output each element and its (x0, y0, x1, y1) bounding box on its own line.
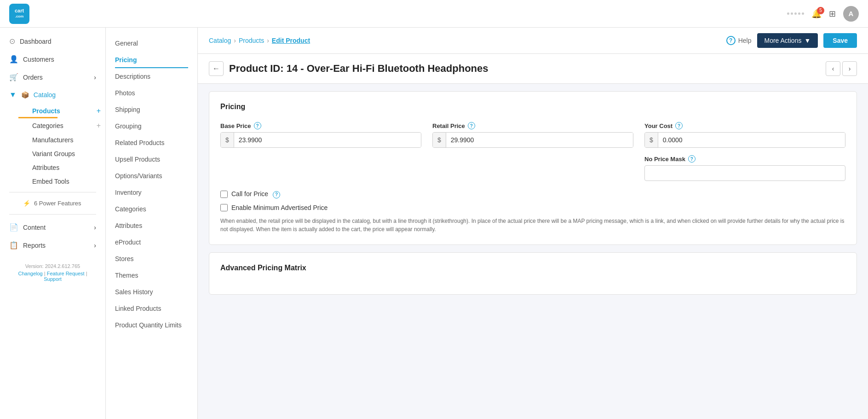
help-label: Help (738, 37, 752, 44)
breadcrumb-sep-2: › (267, 37, 269, 44)
chevron-right-icon: › (94, 74, 96, 81)
sub-nav-descriptions[interactable]: Descriptions (106, 68, 197, 85)
support-link[interactable]: Support (44, 276, 62, 282)
enable-map-checkbox[interactable] (220, 204, 228, 211)
apps-button[interactable]: ⊞ (829, 9, 836, 19)
sub-nav-product-quantity-limits[interactable]: Product Quantity Limits (106, 317, 197, 333)
sidebar-item-catalog[interactable]: ▼ 📦 Catalog (0, 86, 105, 104)
call-for-price-label[interactable]: Call for Price ? (231, 190, 280, 198)
save-button[interactable]: Save (823, 33, 857, 48)
sub-nav-shipping[interactable]: Shipping (106, 101, 197, 118)
enable-map-label[interactable]: Enable Minimum Advertised Price (231, 204, 328, 211)
sidebar-item-orders[interactable]: 🛒 Orders › (0, 68, 105, 86)
logo[interactable]: cart .com (9, 4, 29, 24)
sub-nav-photos[interactable]: Photos (106, 85, 197, 101)
sidebar-item-dashboard[interactable]: ⊙ Dashboard (0, 32, 105, 50)
your-cost-label: Your Cost ? (644, 122, 845, 129)
retail-price-help-icon[interactable]: ? (468, 122, 475, 129)
sub-nav-general[interactable]: General (106, 35, 197, 52)
sub-nav-attributes[interactable]: Attributes (106, 217, 197, 234)
nav-arrows: ‹ › (826, 61, 857, 76)
reports-label: Reports (23, 242, 46, 249)
changelog-link[interactable]: Changelog (18, 271, 42, 276)
version-text: Version: 2024.2.612.765 (9, 263, 96, 269)
sidebar-divider-2 (9, 214, 96, 215)
base-price-label: Base Price ? (220, 122, 421, 129)
left-sidebar: ⊙ Dashboard 👤 Customers 🛒 Orders › ▼ 📦 C… (0, 28, 106, 419)
content-header: Catalog › Products › Edit Product ? Help… (198, 28, 868, 54)
product-header: ← Product ID: 14 - Over-Ear Hi-Fi Blueto… (198, 54, 868, 84)
sidebar-item-reports[interactable]: 📋 Reports › (0, 236, 105, 254)
sub-nav-options-variants[interactable]: Options/Variants (106, 168, 197, 184)
sidebar-power-features[interactable]: ⚡ 6 Power Features (0, 196, 105, 210)
your-cost-label-text: Your Cost (644, 122, 673, 129)
sidebar-item-content[interactable]: 📄 Content › (0, 218, 105, 236)
call-for-price-checkbox[interactable] (220, 191, 228, 198)
top-nav: cart .com 🔔 5 ⊞ A (0, 0, 868, 28)
sub-nav-linked-products[interactable]: Linked Products (106, 300, 197, 317)
header-actions: ? Help More Actions ▼ Save (726, 33, 857, 48)
sub-nav-eproduct[interactable]: eProduct (106, 234, 197, 250)
base-price-help-icon[interactable]: ? (254, 122, 261, 129)
base-price-group: Base Price ? $ (220, 122, 421, 181)
user-avatar[interactable]: A (843, 6, 859, 22)
top-nav-left: cart .com (9, 4, 29, 24)
sub-nav-upsell-products[interactable]: Upsell Products (106, 151, 197, 168)
sidebar-sub-categories[interactable]: Categories + (9, 118, 105, 133)
sidebar-sub-manufacturers[interactable]: Manufacturers (9, 133, 105, 147)
spinner-button[interactable] (787, 12, 804, 15)
breadcrumb-catalog[interactable]: Catalog (209, 37, 231, 44)
sidebar-sub-variant-groups[interactable]: Variant Groups (9, 147, 105, 161)
checkboxes-section: Call for Price ? Enable Minimum Advertis… (220, 190, 845, 233)
sub-nav-pricing[interactable]: Pricing (106, 52, 197, 68)
svg-text:cart: cart (15, 8, 24, 13)
sub-nav-inventory[interactable]: Inventory (106, 184, 197, 201)
no-price-mask-input[interactable] (644, 165, 845, 181)
sub-nav-themes[interactable]: Themes (106, 267, 197, 284)
feature-request-link[interactable]: Feature Request (47, 271, 85, 276)
sub-nav-categories[interactable]: Categories (106, 201, 197, 217)
content-left: 📄 Content (9, 223, 46, 232)
svg-text:.com: .com (15, 14, 24, 18)
attributes-label: Attributes (32, 164, 59, 171)
add-product-icon[interactable]: + (97, 107, 101, 115)
product-title: Product ID: 14 - Over-Ear Hi-Fi Bluetoot… (229, 63, 489, 75)
no-price-mask-label-text: No Price Mask (644, 156, 685, 163)
spinner-dots (787, 12, 804, 15)
notification-badge: 5 (817, 7, 824, 14)
sidebar-item-label: Orders (23, 74, 43, 81)
pricing-section-title: Pricing (220, 103, 845, 111)
retail-price-input[interactable] (446, 133, 633, 147)
sub-nav-stores[interactable]: Stores (106, 250, 197, 267)
sidebar-sub-products[interactable]: Products + (9, 104, 105, 118)
breadcrumb-products[interactable]: Products (239, 37, 264, 44)
your-cost-group: Your Cost ? $ No Price Mask ? (644, 122, 845, 181)
more-actions-button[interactable]: More Actions ▼ (757, 33, 818, 48)
your-cost-help-icon[interactable]: ? (675, 122, 683, 129)
add-category-icon[interactable]: + (97, 122, 101, 130)
back-button[interactable]: ← (209, 61, 224, 76)
retail-price-currency: $ (433, 133, 446, 147)
notifications-button[interactable]: 🔔 5 (811, 9, 822, 19)
sub-nav-related-products[interactable]: Related Products (106, 134, 197, 151)
next-product-button[interactable]: › (842, 61, 857, 76)
base-price-input[interactable] (234, 133, 421, 147)
sidebar-sub-embed-tools[interactable]: Embed Tools (9, 175, 105, 188)
products-label: Products (32, 107, 60, 115)
no-price-mask-group: No Price Mask ? (644, 155, 845, 181)
sub-nav-grouping[interactable]: Grouping (106, 118, 197, 134)
power-features-label: 6 Power Features (34, 200, 81, 207)
help-button[interactable]: ? Help (726, 36, 752, 45)
no-price-mask-help-icon[interactable]: ? (688, 155, 696, 163)
sub-nav-sales-history[interactable]: Sales History (106, 284, 197, 300)
prev-product-button[interactable]: ‹ (826, 61, 840, 76)
base-price-input-wrapper: $ (220, 132, 421, 148)
your-cost-currency: $ (645, 133, 658, 147)
your-cost-input[interactable] (658, 133, 845, 147)
content-label: Content (23, 224, 46, 231)
sidebar-item-customers[interactable]: 👤 Customers (0, 50, 105, 68)
sidebar-sub-attributes[interactable]: Attributes (9, 161, 105, 175)
enable-map-row: Enable Minimum Advertised Price (220, 204, 845, 211)
reports-icon: 📋 (9, 241, 18, 250)
call-for-price-help-icon[interactable]: ? (273, 191, 280, 198)
